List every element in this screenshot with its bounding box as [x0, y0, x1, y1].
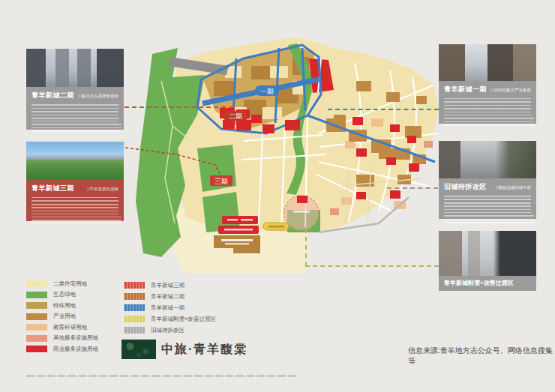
poster-canvas: 一期 二期 三期 — [0, 0, 555, 392]
callout-title: 青羊新城二期 — [32, 91, 74, 100]
legend-label: 商业服务设施用地 — [53, 346, 98, 353]
legend-label: 教育科研用地 — [53, 324, 87, 331]
callout-title: 旧城待拆改区 — [444, 182, 487, 192]
legend-item: 青羊新城一期 — [124, 304, 216, 311]
phase3-label: 三期 — [210, 175, 232, 186]
legend-item: 产业用地 — [26, 313, 98, 320]
legend-label: 青羊新城刚需+改善过渡区 — [151, 316, 216, 323]
legend-item: 生态绿地 — [26, 292, 98, 298]
legend-swatch — [26, 313, 47, 320]
callout-bodytext — [32, 124, 122, 133]
connector-phase2-line — [124, 106, 233, 108]
legend-item: 青羊新城三期 — [124, 282, 216, 289]
callout-subtitle: | 1000亿航空产业集群 — [490, 88, 531, 93]
connector-phase1-line — [328, 109, 439, 110]
legend-label: 生态绿地 — [53, 291, 76, 298]
connector-oldtown-line — [387, 187, 438, 189]
legend-label: 二类住宅用地 — [53, 280, 87, 288]
callout-subtitle: | 中央宜居生活区 — [88, 187, 118, 192]
district-map: 一期 二期 三期 — [131, 36, 442, 295]
legend-swatch — [26, 302, 47, 309]
callout-bodytext — [32, 217, 122, 226]
legend-item: 旧城待拆改区 — [124, 327, 216, 334]
legend-phases: 青羊新城三期 青羊新城二期 青羊新城一期 青羊新城刚需+改善过渡区 旧城待拆改区 — [124, 282, 216, 334]
legend-swatch — [26, 280, 47, 287]
city-street-photo — [26, 49, 124, 87]
connector-transition-line-h — [305, 265, 439, 267]
legend-swatch — [26, 324, 47, 331]
svg-text:一期: 一期 — [260, 88, 274, 95]
park-skyline-photo — [26, 142, 124, 180]
legend-landuse: 二类住宅用地 生态绿地 特殊用地 产业用地 教育科研用地 其他服务设施用地 商业… — [26, 280, 98, 352]
legend-swatch — [124, 293, 145, 300]
legend-label: 青羊新城三期 — [151, 282, 184, 289]
legend-label: 旧城待拆改区 — [151, 327, 184, 334]
project-site-marker — [284, 196, 319, 230]
callout-bodytext — [444, 215, 534, 225]
callout-bodytext — [32, 197, 118, 214]
legend-label: 青羊新城二期 — [151, 293, 184, 301]
callout-bodytext — [32, 104, 118, 121]
office-towers-photo — [439, 44, 536, 81]
callout-bodytext — [444, 98, 531, 115]
callout-subtitle: | 超20万人高密聚居区 — [79, 94, 118, 99]
svg-text:三期: 三期 — [214, 178, 228, 185]
phase1-label: 一期 — [255, 85, 279, 96]
legend-label: 特殊用地 — [53, 302, 76, 310]
callout-oldtown: 旧城待拆改区 | 绕城边缘的城中村 — [439, 141, 536, 219]
legend-label: 产业用地 — [53, 313, 76, 320]
callout-title: 青羊新城刚需+改善过渡区 — [444, 279, 514, 287]
legend-item: 二类住宅用地 — [26, 280, 98, 287]
legend-item: 教育科研用地 — [26, 324, 98, 331]
svg-text:二期: 二期 — [229, 112, 242, 120]
legend-item: 商业服务设施用地 — [26, 346, 98, 352]
legend-label: 其他服务设施用地 — [53, 334, 98, 342]
callout-transition: 青羊新城刚需+改善过渡区 — [439, 231, 536, 291]
legend-item: 特殊用地 — [26, 302, 98, 309]
callout-bodytext — [444, 196, 531, 213]
fine-print-line — [26, 375, 296, 377]
connector-transition-line-v — [305, 229, 307, 266]
callout-phase1: 青羊新城一期 | 1000亿航空产业集群 — [439, 44, 536, 124]
legend-swatch — [26, 346, 47, 352]
callout-subtitle: | 绕城边缘的城中村 — [496, 185, 531, 190]
legend-swatch — [26, 292, 47, 298]
source-note: 信息来源:青羊地方志公众号、网络信息搜集等 — [408, 346, 555, 367]
legend-item: 青羊新城刚需+改善过渡区 — [124, 316, 216, 322]
callout-phase3: 青羊新城三期 | 中央宜居生活区 — [26, 142, 124, 221]
callout-bodytext — [444, 118, 534, 127]
callout-title: 青羊新城三期 — [32, 184, 74, 193]
legend-swatch — [26, 335, 47, 342]
legend-item: 青羊新城二期 — [124, 293, 216, 300]
legend-label: 青羊新城一期 — [151, 304, 184, 312]
legend-swatch — [124, 316, 145, 322]
callout-phase2: 青羊新城二期 | 超20万人高密聚居区 — [26, 49, 124, 130]
legend-swatch — [124, 327, 145, 334]
legend-swatch — [124, 304, 145, 311]
legend-swatch — [124, 282, 145, 289]
brand-logo-image — [122, 340, 156, 359]
phase2-label: 二期 — [224, 111, 247, 121]
callout-title: 青羊新城一期 — [444, 85, 487, 94]
legend-item: 其他服务设施用地 — [26, 335, 98, 342]
residential-towers-photo — [439, 231, 536, 276]
brand-name: 中旅·青羊馥棠 — [161, 340, 248, 359]
village-street-photo — [439, 141, 536, 178]
